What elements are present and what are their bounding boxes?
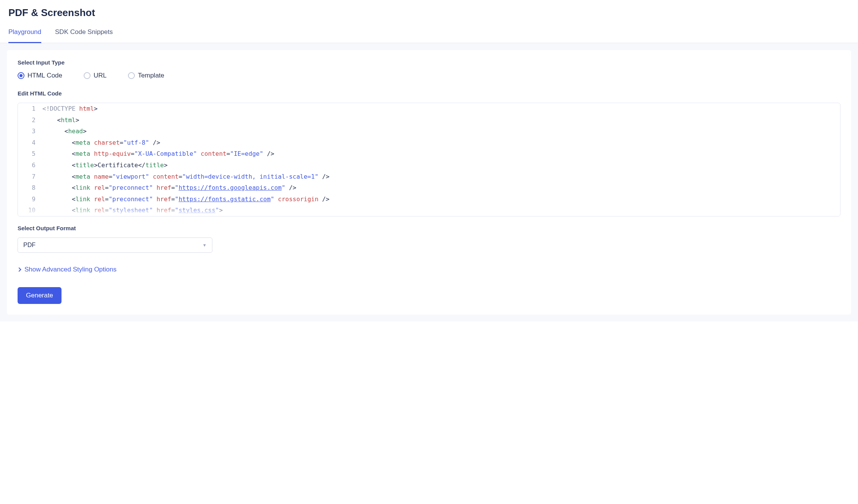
generate-button[interactable]: Generate: [18, 287, 62, 304]
code-line: <link rel="preconnect" href="https://fon…: [42, 182, 840, 194]
code-line: <meta http-equiv="X-UA-Compatible" conte…: [42, 148, 840, 160]
code-row: 7 <meta name="viewport" content="width=d…: [18, 171, 840, 183]
radio-circle-icon: [18, 72, 24, 79]
playground-card: Select Input Type HTML CodeURLTemplate E…: [7, 50, 851, 315]
radio-url[interactable]: URL: [84, 72, 107, 79]
line-number: 4: [18, 137, 42, 149]
code-row: 2 <html>: [18, 115, 840, 126]
output-format-value: PDF: [23, 242, 36, 249]
code-line: <link rel="stylesheet" href="styles.css"…: [42, 205, 840, 216]
code-line: <meta charset="utf-8" />: [42, 137, 840, 149]
select-caret-icon: ▼: [202, 243, 207, 247]
code-row: 5 <meta http-equiv="X-UA-Compatible" con…: [18, 148, 840, 160]
advanced-toggle-label: Show Advanced Styling Options: [24, 266, 117, 273]
radio-label: Template: [138, 72, 164, 79]
code-row: 6 <title>Certificate</title>: [18, 160, 840, 171]
chevron-right-icon: [17, 267, 21, 271]
html-code-editor[interactable]: 1<!DOCTYPE html>2 <html>3 <head>4 <meta …: [18, 103, 840, 216]
radio-circle-icon: [84, 72, 91, 79]
line-number: 8: [18, 182, 42, 194]
editor-label: Edit HTML Code: [18, 90, 840, 97]
line-number: 2: [18, 115, 42, 126]
code-row: 8 <link rel="preconnect" href="https://f…: [18, 182, 840, 194]
radio-html-code[interactable]: HTML Code: [18, 72, 62, 79]
line-number: 9: [18, 194, 42, 205]
code-row: 1<!DOCTYPE html>: [18, 103, 840, 115]
radio-label: URL: [94, 72, 107, 79]
line-number: 3: [18, 126, 42, 137]
output-format-select[interactable]: PDF ▼: [18, 237, 212, 253]
code-line: <title>Certificate</title>: [42, 160, 840, 171]
code-line: <meta name="viewport" content="width=dev…: [42, 171, 840, 183]
code-line: <head>: [42, 126, 840, 137]
input-type-label: Select Input Type: [18, 59, 840, 66]
code-row: 9 <link rel="preconnect" href="https://f…: [18, 194, 840, 205]
radio-label: HTML Code: [28, 72, 62, 79]
line-number: 1: [18, 103, 42, 115]
code-row: 4 <meta charset="utf-8" />: [18, 137, 840, 149]
line-number: 10: [18, 205, 42, 216]
radio-circle-icon: [128, 72, 135, 79]
line-number: 7: [18, 171, 42, 183]
advanced-options-toggle[interactable]: Show Advanced Styling Options: [18, 266, 117, 273]
line-number: 6: [18, 160, 42, 171]
tabs: PlaygroundSDK Code Snippets: [0, 19, 858, 43]
radio-template[interactable]: Template: [128, 72, 164, 79]
line-number: 5: [18, 148, 42, 160]
output-format-label: Select Output Format: [18, 225, 840, 231]
page-title: PDF & Screenshot: [0, 0, 858, 19]
code-row: 10 <link rel="stylesheet" href="styles.c…: [18, 205, 840, 216]
tab-playground[interactable]: Playground: [8, 28, 41, 43]
code-row: 3 <head>: [18, 126, 840, 137]
tab-sdk-code-snippets[interactable]: SDK Code Snippets: [55, 28, 113, 43]
code-line: <html>: [42, 115, 840, 126]
code-line: <!DOCTYPE html>: [42, 103, 840, 115]
input-type-radio-group: HTML CodeURLTemplate: [18, 72, 840, 79]
code-line: <link rel="preconnect" href="https://fon…: [42, 194, 840, 205]
